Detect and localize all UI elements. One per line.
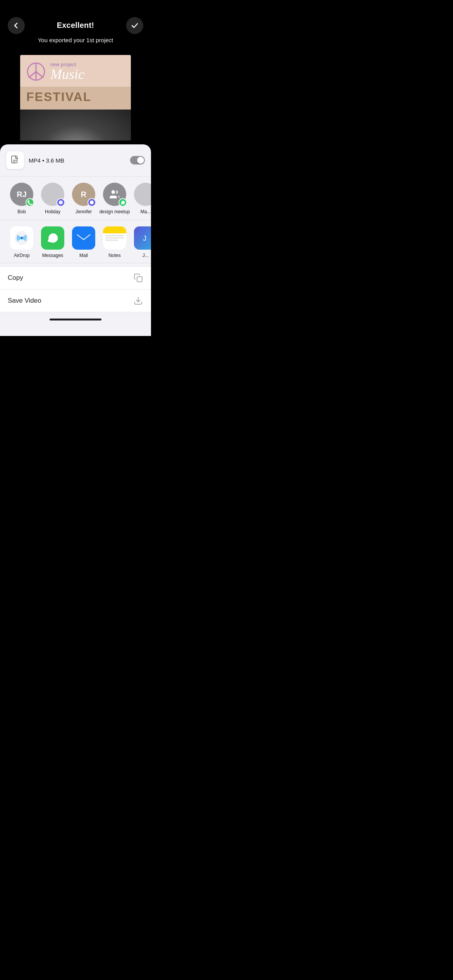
contact-item-bob[interactable]: RJ Bob (6, 183, 37, 215)
apps-section: AirDrop Messages Mail (0, 220, 151, 263)
contact-item-holiday[interactable]: Holiday (37, 183, 68, 215)
contact-initials-jennifer: R (81, 190, 86, 199)
apps-scroll: AirDrop Messages Mail (0, 226, 151, 258)
preview-top: new project Music (20, 55, 131, 87)
back-button[interactable] (8, 17, 25, 34)
top-nav: Excellent! (0, 0, 151, 34)
notes-app-icon (103, 226, 126, 250)
app-name-messages: Messages (42, 253, 63, 258)
preview-music-text: Music (50, 67, 84, 81)
app-item-notes[interactable]: Notes (99, 226, 130, 258)
contacts-section: RJ Bob Holiday R (0, 176, 151, 220)
svg-point-8 (90, 200, 94, 204)
copy-icon (133, 273, 143, 283)
preview-festival-text: FESTIVAL (26, 90, 125, 104)
file-info-left: MP4 • 3.6 MB (6, 151, 64, 169)
svg-point-9 (112, 190, 115, 194)
contact-avatar-jennifer: R (72, 183, 95, 206)
mail-app-icon (72, 226, 95, 250)
contact-avatar-ma (134, 183, 151, 206)
home-indicator (50, 319, 101, 320)
preview-card: new project Music FESTIVAL (20, 55, 131, 140)
preview-text-block: new project Music (50, 62, 84, 81)
contact-item-jennifer[interactable]: R Jennifer (68, 183, 99, 215)
copy-action[interactable]: Copy (0, 267, 151, 290)
page-title: Excellent! (57, 21, 94, 30)
contact-avatar-holiday (41, 183, 64, 206)
svg-rect-12 (77, 233, 90, 243)
file-info-row: MP4 • 3.6 MB (0, 144, 151, 176)
save-video-label: Save Video (8, 297, 41, 305)
contact-name-holiday: Holiday (45, 209, 60, 215)
contact-item-design-meetup[interactable]: design meetup (99, 183, 130, 215)
contact-initials-bob: RJ (17, 190, 27, 199)
app-name-notes: Notes (108, 253, 120, 258)
contact-item-ma[interactable]: Ma... (130, 183, 151, 215)
contact-badge-bob (26, 198, 34, 207)
preview-bottom-image (20, 110, 131, 140)
contact-badge-design-meetup (118, 198, 127, 207)
app-name-mail: Mail (79, 253, 88, 258)
app-item-messages[interactable]: Messages (37, 226, 68, 258)
save-video-icon (133, 296, 143, 306)
preview-area: new project Music FESTIVAL (0, 51, 151, 140)
file-meta: MP4 • 3.6 MB (29, 157, 64, 164)
app-item-other[interactable]: J J... (130, 226, 151, 258)
airdrop-icon (10, 226, 33, 250)
contact-name-jennifer: Jennifer (76, 209, 92, 215)
contact-badge-jennifer (88, 198, 96, 207)
file-icon (6, 151, 24, 169)
other-app-icon: J (134, 226, 151, 250)
done-button[interactable] (126, 17, 143, 34)
contact-name-design-meetup: design meetup (100, 209, 130, 215)
contact-avatar-design-meetup (103, 183, 126, 206)
contact-avatar-bob: RJ (10, 183, 33, 206)
svg-point-11 (21, 236, 23, 239)
copy-label: Copy (8, 274, 23, 282)
svg-text:J: J (143, 235, 146, 242)
app-name-airdrop: AirDrop (14, 253, 30, 258)
action-rows: Copy Save Video (0, 266, 151, 312)
svg-rect-14 (137, 277, 142, 282)
share-sheet: MP4 • 3.6 MB RJ Bob (0, 144, 151, 336)
svg-line-2 (29, 72, 36, 78)
preview-festival: FESTIVAL (20, 87, 131, 110)
export-subtitle: You exported your 1st project (0, 34, 151, 51)
app-item-mail[interactable]: Mail (68, 226, 99, 258)
app-name-other: J... (142, 253, 149, 258)
contacts-scroll: RJ Bob Holiday R (0, 183, 151, 215)
peace-icon (26, 62, 46, 81)
messages-app-icon (41, 226, 64, 250)
contact-name-ma: Ma... (141, 209, 151, 215)
contact-badge-holiday (57, 198, 65, 207)
svg-line-3 (36, 72, 43, 78)
contact-name-bob: Bob (17, 209, 26, 215)
save-video-action[interactable]: Save Video (0, 290, 151, 312)
app-item-airdrop[interactable]: AirDrop (6, 226, 37, 258)
toggle-button[interactable] (130, 156, 145, 164)
